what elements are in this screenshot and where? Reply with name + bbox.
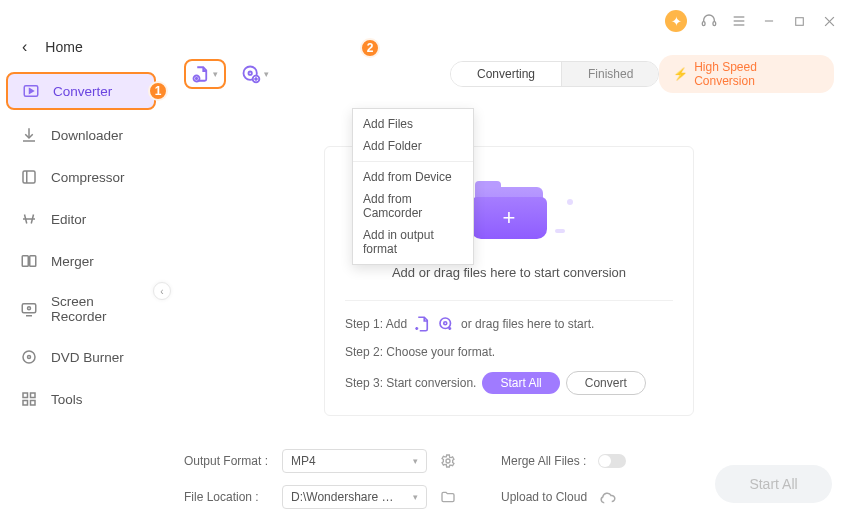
svg-point-25 — [440, 318, 451, 329]
step-1-prefix: Step 1: Add — [345, 317, 407, 331]
sidebar-item-label: Compressor — [51, 170, 125, 185]
cloud-icon[interactable] — [599, 488, 617, 506]
sidebar-item-label: Downloader — [51, 128, 123, 143]
chevron-down-icon: ▾ — [413, 456, 418, 466]
convert-mini-button[interactable]: Convert — [566, 371, 646, 395]
open-folder-icon[interactable] — [439, 488, 457, 506]
home-link[interactable]: Home — [6, 38, 156, 72]
sidebar-item-merger[interactable]: Merger — [6, 244, 156, 278]
menu-icon[interactable] — [731, 13, 747, 29]
svg-point-14 — [28, 307, 31, 310]
home-label: Home — [45, 39, 82, 55]
svg-point-15 — [23, 351, 35, 363]
merge-all-toggle[interactable] — [598, 454, 626, 468]
chevron-down-icon: ▾ — [264, 69, 269, 79]
step-2-text: Step 2: Choose your format. — [345, 345, 495, 359]
tab-converting[interactable]: Converting — [451, 62, 562, 86]
sidebar-item-label: Editor — [51, 212, 86, 227]
sidebar-item-label: Converter — [53, 84, 112, 99]
svg-rect-11 — [22, 256, 28, 267]
merger-icon — [20, 252, 38, 270]
start-all-mini-button[interactable]: Start All — [482, 372, 559, 394]
steps: Step 1: Add or drag files here to start.… — [345, 300, 673, 395]
svg-point-23 — [249, 72, 252, 75]
titlebar: ✦ — [0, 0, 850, 42]
file-location-label: File Location : — [184, 490, 270, 504]
add-files-button[interactable]: ▾ — [184, 59, 226, 89]
add-dvd-button[interactable]: ▾ — [240, 59, 270, 89]
user-avatar[interactable]: ✦ — [665, 10, 687, 32]
callout-2: 2 — [360, 38, 380, 58]
svg-rect-18 — [31, 393, 36, 398]
svg-rect-10 — [23, 171, 35, 183]
converter-icon — [22, 82, 40, 100]
back-icon — [22, 38, 27, 56]
tab-finished[interactable]: Finished — [562, 62, 659, 86]
status-tabs: Converting Finished — [450, 61, 659, 87]
svg-point-27 — [446, 459, 450, 463]
minimize-icon[interactable] — [761, 13, 777, 29]
add-dvd-icon[interactable] — [437, 315, 455, 333]
step-3-text: Step 3: Start conversion. — [345, 376, 476, 390]
chevron-down-icon: ▾ — [213, 69, 218, 79]
output-format-select[interactable]: MP4 ▾ — [282, 449, 427, 473]
sidebar-item-label: Tools — [51, 392, 83, 407]
toolbar: ▾ ▾ Converting Finished ⚡ High Speed Con… — [184, 52, 834, 96]
settings-icon[interactable] — [439, 452, 457, 470]
sidebar-item-label: Merger — [51, 254, 94, 269]
output-format-value: MP4 — [291, 454, 316, 468]
sidebar-item-converter[interactable]: Converter 1 — [6, 72, 156, 110]
headset-icon[interactable] — [701, 13, 717, 29]
menu-item-add-in-output-format[interactable]: Add in output format — [353, 224, 473, 260]
plus-icon: + — [503, 205, 516, 231]
main-panel: 2 ▾ ▾ Converting Finished ⚡ High Speed C… — [162, 42, 850, 527]
downloader-icon — [20, 126, 38, 144]
tools-icon — [20, 390, 38, 408]
step-1-suffix: or drag files here to start. — [461, 317, 594, 331]
maximize-icon[interactable] — [791, 13, 807, 29]
sidebar-item-downloader[interactable]: Downloader — [6, 118, 156, 152]
folder-illustration: + — [467, 181, 551, 245]
svg-rect-17 — [23, 393, 28, 398]
dvd-burner-icon — [20, 348, 38, 366]
svg-rect-1 — [713, 22, 716, 26]
svg-point-16 — [28, 356, 31, 359]
svg-point-26 — [444, 322, 447, 325]
compressor-icon — [20, 168, 38, 186]
output-format-label: Output Format : — [184, 454, 270, 468]
drop-text: Add or drag files here to start conversi… — [392, 265, 626, 280]
svg-rect-19 — [23, 401, 28, 406]
svg-rect-0 — [702, 22, 705, 26]
hsc-label: High Speed Conversion — [694, 60, 820, 88]
editor-icon — [20, 210, 38, 228]
svg-rect-6 — [795, 17, 803, 25]
high-speed-conversion-toggle[interactable]: ⚡ High Speed Conversion — [659, 55, 834, 93]
step-3: Step 3: Start conversion. Start All Conv… — [345, 371, 673, 395]
sidebar-item-label: Screen Recorder — [51, 294, 142, 324]
chevron-down-icon: ▾ — [413, 492, 418, 502]
sidebar-item-editor[interactable]: Editor — [6, 202, 156, 236]
sidebar-item-dvd-burner[interactable]: DVD Burner — [6, 340, 156, 374]
step-1: Step 1: Add or drag files here to start. — [345, 315, 673, 333]
step-2: Step 2: Choose your format. — [345, 345, 673, 359]
sidebar-item-compressor[interactable]: Compressor — [6, 160, 156, 194]
bolt-icon: ⚡ — [673, 67, 688, 81]
menu-item-add-from-camcorder[interactable]: Add from Camcorder — [353, 188, 473, 224]
close-icon[interactable] — [821, 13, 837, 29]
file-location-value: D:\Wondershare UniConverter 1 — [291, 490, 401, 504]
sidebar-item-tools[interactable]: Tools — [6, 382, 156, 416]
sidebar-item-screen-recorder[interactable]: Screen Recorder — [6, 286, 156, 332]
add-file-icon[interactable] — [413, 315, 431, 333]
upload-cloud-label: Upload to Cloud — [501, 490, 587, 504]
start-all-button[interactable]: Start All — [715, 465, 832, 503]
menu-item-add-folder[interactable]: Add Folder — [353, 135, 473, 157]
menu-item-add-from-device[interactable]: Add from Device — [353, 166, 473, 188]
svg-rect-12 — [30, 256, 36, 267]
sidebar: Home Converter 1 Downloader Compressor — [0, 42, 162, 527]
menu-item-add-files[interactable]: Add Files — [353, 113, 473, 135]
svg-rect-13 — [22, 304, 36, 313]
file-location-select[interactable]: D:\Wondershare UniConverter 1 ▾ — [282, 485, 427, 509]
svg-rect-20 — [31, 401, 36, 406]
merge-label: Merge All Files : — [501, 454, 586, 468]
sidebar-item-label: DVD Burner — [51, 350, 124, 365]
